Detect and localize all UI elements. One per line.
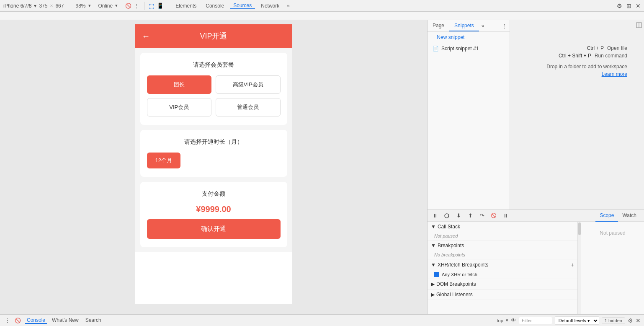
- eye-icon[interactable]: 👁: [511, 317, 516, 323]
- hidden-count-badge[interactable]: 1 hidden: [602, 317, 625, 324]
- deactivate-breakpoints-button[interactable]: 🚫: [489, 212, 498, 220]
- console-filter-area: top ▾ 👁 Default levels ▾ 1 hidden ⚙ ✕: [497, 316, 641, 325]
- scope-tab[interactable]: Scope: [595, 210, 618, 222]
- zoom-dropdown[interactable]: ▾: [88, 3, 91, 8]
- console-icons: ⋮ 🚫: [3, 316, 22, 325]
- top-bar: iPhone 6/7/8 ▾ 375 × 667 98% ▾ Online ▾ …: [0, 0, 644, 12]
- collapse-icon[interactable]: [636, 22, 642, 30]
- debugger-panel: ⏸ ⬇ ⬆ ↷ 🚫 ⏸ Scope Watch: [428, 210, 644, 314]
- devtools-close[interactable]: ✕: [636, 3, 641, 9]
- option-leader[interactable]: 团长: [147, 75, 212, 94]
- search-tab-bar[interactable]: Search: [84, 317, 103, 324]
- network-tab[interactable]: Network: [258, 3, 283, 9]
- breakpoints-header[interactable]: ▼ Breakpoints: [428, 241, 577, 251]
- device-dropdown[interactable]: ▾: [34, 3, 36, 9]
- sources-menu[interactable]: ⋮: [500, 20, 510, 31]
- whats-new-tab-bar[interactable]: What's New: [50, 317, 80, 324]
- snippets-tab[interactable]: Snippets: [449, 20, 479, 31]
- xhr-any-item: Any XHR or fetch: [428, 270, 577, 279]
- console-filter-input[interactable]: [519, 317, 552, 324]
- elements-tab[interactable]: Elements: [172, 3, 200, 9]
- call-stack-header[interactable]: ▼ Call Stack: [428, 222, 577, 232]
- snippet-item[interactable]: 📄 Script snippet #1: [428, 43, 510, 54]
- debugger-left: ▼ Call Stack Not paused ▼ Breakpoints: [428, 222, 581, 314]
- sources-tab[interactable]: Sources: [230, 3, 255, 9]
- global-triangle: ▶: [431, 292, 435, 298]
- breakpoints-label: Breakpoints: [438, 243, 464, 248]
- dom-label: DOM Breakpoints: [436, 281, 476, 287]
- network-dropdown[interactable]: ▾: [115, 3, 118, 8]
- devtools-close-bar[interactable]: ✕: [636, 317, 641, 324]
- confirm-button[interactable]: 确认开通: [147, 219, 281, 239]
- debugger-scrollbar[interactable]: [577, 222, 581, 314]
- zoom-level[interactable]: 98%: [75, 3, 85, 9]
- xhr-checkbox[interactable]: [434, 272, 439, 277]
- devtools-dock[interactable]: ⊞: [626, 3, 631, 9]
- option-advanced-vip[interactable]: 高级VIP会员: [216, 75, 281, 94]
- plan-title: 请选择会员套餐: [147, 61, 281, 69]
- plan-card: 请选择会员套餐 团长 高级VIP会员 VIP会员 普通会员: [140, 53, 287, 125]
- step-out-button[interactable]: ⬆: [466, 212, 474, 220]
- console-level-select[interactable]: Default levels ▾: [555, 316, 599, 325]
- option-regular[interactable]: 普通会员: [216, 98, 281, 116]
- back-button[interactable]: ←: [142, 31, 150, 41]
- breakpoints-section: ▼ Breakpoints No breakpoints: [428, 241, 577, 259]
- watch-tab[interactable]: Watch: [618, 210, 641, 222]
- more-sources-tabs[interactable]: »: [479, 20, 487, 31]
- console-bar-ban[interactable]: 🚫: [13, 316, 22, 325]
- open-file-action: Open file: [607, 45, 627, 51]
- scope-not-paused: Not paused: [600, 230, 625, 236]
- open-file-key: Ctrl + P: [562, 45, 604, 51]
- breakpoints-status: No breakpoints: [428, 251, 577, 259]
- vip-content: 请选择会员套餐 团长 高级VIP会员 VIP会员 普通会员 请选择开通时长（月）…: [135, 48, 292, 252]
- inspect-icon[interactable]: ⬚: [149, 3, 154, 9]
- breakpoints-triangle: ▼: [431, 243, 436, 248]
- xhr-add-button[interactable]: +: [571, 261, 574, 268]
- run-command-key: Ctrl + Shift + P: [549, 53, 591, 59]
- network-status[interactable]: Online: [98, 3, 113, 9]
- more-options[interactable]: ⋮: [134, 3, 140, 9]
- page-tab[interactable]: Page: [428, 20, 449, 31]
- devtools-settings[interactable]: ⚙: [617, 3, 622, 9]
- vip-header: ← VIP开通: [135, 24, 292, 48]
- console-tab[interactable]: Console: [202, 3, 227, 9]
- xhr-any-label: Any XHR or fetch: [442, 272, 477, 277]
- new-snippet-button[interactable]: + New snippet: [428, 32, 510, 43]
- devtools-settings-gear[interactable]: ⚙: [628, 317, 633, 324]
- viewport-width: 375: [39, 3, 47, 9]
- pause-on-exceptions-button[interactable]: ⏸: [501, 212, 510, 220]
- step-button[interactable]: ↷: [478, 212, 486, 220]
- global-label: Global Listeners: [436, 292, 473, 298]
- mobile-preview: ← VIP开通 请选择会员套餐 团长 高级VIP会员 VIP会员 普通会员: [0, 20, 427, 314]
- call-stack-status: Not paused: [428, 232, 577, 240]
- duration-title: 请选择开通时长（月）: [147, 138, 281, 146]
- sources-sub-tabs: Page Snippets » ⋮: [428, 20, 510, 32]
- global-header[interactable]: ▶ Global Listeners: [428, 290, 577, 300]
- console-bar: ⋮ 🚫 Console What's New Search top ▾ 👁 De…: [0, 314, 644, 326]
- top-frame-arrow[interactable]: ▾: [506, 318, 508, 323]
- console-bar-menu[interactable]: ⋮: [3, 316, 12, 325]
- payment-card: 支付金额 ¥9999.00 确认开通: [140, 182, 287, 247]
- dom-header[interactable]: ▶ DOM Breakpoints: [428, 279, 577, 289]
- duration-button[interactable]: 12个月: [147, 153, 180, 168]
- run-command-action: Run command: [595, 53, 627, 59]
- console-tab-bar[interactable]: Console: [25, 317, 47, 324]
- xhr-triangle: ▼: [431, 262, 436, 268]
- device-toolbar-icon[interactable]: 📱: [157, 3, 164, 9]
- sources-right-pane: Ctrl + P Open file Ctrl + Shift + P Run …: [510, 20, 644, 210]
- workspace-text: Drop in a folder to add to workspace: [510, 64, 627, 70]
- pause-button[interactable]: ⏸: [431, 212, 439, 220]
- page-title: VIP开通: [200, 32, 227, 40]
- no-throttle-icon: 🚫: [125, 3, 131, 9]
- step-over-button[interactable]: [443, 212, 451, 220]
- xhr-header[interactable]: ▼ XHR/fetch Breakpoints +: [428, 259, 577, 270]
- dom-section: ▶ DOM Breakpoints: [428, 279, 577, 290]
- device-name[interactable]: iPhone 6/7/8: [3, 3, 31, 9]
- option-vip[interactable]: VIP会员: [147, 98, 212, 116]
- devtools-separator: [144, 2, 144, 10]
- more-devtools-tabs[interactable]: »: [285, 3, 291, 9]
- devtools-body: Page Snippets » ⋮ + New snippet 📄 Script…: [428, 20, 644, 210]
- phone-frame: ← VIP开通 请选择会员套餐 团长 高级VIP会员 VIP会员 普通会员: [135, 24, 292, 304]
- step-into-button[interactable]: ⬇: [454, 212, 463, 220]
- learn-more-link[interactable]: Learn more: [602, 71, 627, 77]
